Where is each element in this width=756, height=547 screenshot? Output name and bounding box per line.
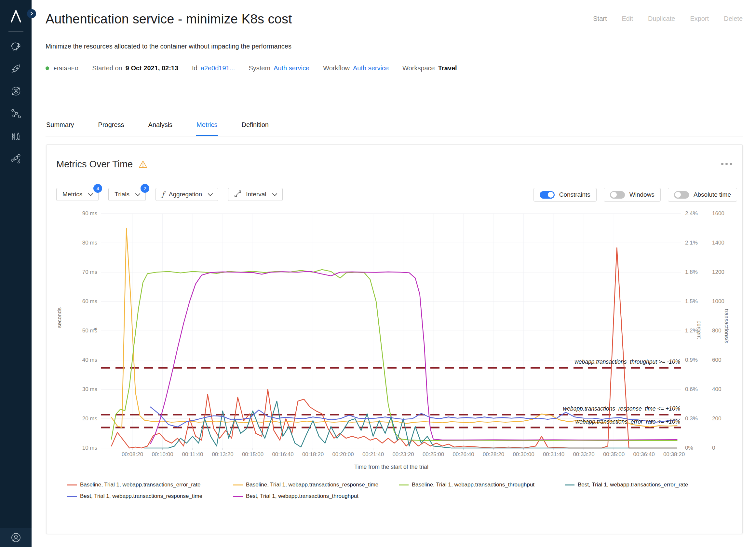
y-axis-tick-transactions: 200: [712, 416, 721, 422]
y-axis-tick-percent: 1.5%: [685, 298, 698, 305]
x-axis-tick: 00:21:40: [358, 451, 388, 458]
y-axis-tick-percent: 2.1%: [685, 239, 698, 246]
graph-nodes-icon: [10, 108, 22, 119]
export-button[interactable]: Export: [690, 15, 709, 22]
status-dot-icon: [46, 66, 49, 70]
x-axis-tick: 00:28:20: [479, 451, 508, 458]
y-axis-tick-transactions: 800: [712, 328, 721, 334]
x-axis-title: Time from the start of the trial: [294, 464, 489, 471]
id-link[interactable]: a2e0d191...: [201, 64, 235, 72]
sidebar-expand-button[interactable]: [27, 9, 36, 18]
x-axis-tick: 00:36:40: [629, 451, 659, 458]
legend-item[interactable]: Baseline, Trial 1, webapp.transactions_e…: [67, 482, 233, 488]
constraint-label: webapp.transactions_error_rate <= +10%: [479, 418, 680, 425]
account-icon: [11, 532, 21, 543]
y-axis-tick-percent: 0.3%: [685, 416, 698, 422]
legend-label: Baseline, Trial 1, webapp.transactions_r…: [246, 482, 378, 488]
status-badge: FINISHED: [46, 65, 78, 71]
x-axis-tick: 00:30:00: [509, 451, 539, 458]
system-label: System: [249, 64, 270, 72]
workspace: Workspace Travel: [402, 64, 457, 72]
y-axis-tick-percent: 2.4%: [685, 210, 698, 217]
y-axis-title-s: s: [92, 328, 99, 331]
workflow-link[interactable]: Auth service: [353, 64, 389, 72]
legend-item[interactable]: Best, Trial 1, webapp.transactions_respo…: [67, 493, 233, 499]
x-axis-tick: 00:11:40: [178, 451, 208, 458]
tab-analysis[interactable]: Analysis: [148, 118, 173, 136]
start-button[interactable]: Start: [593, 15, 607, 22]
y-axis-tick-seconds: 10 ms: [66, 445, 97, 451]
y-axis-tick-transactions: 1600: [712, 210, 724, 217]
legend-label: Baseline, Trial 1, webapp.transactions_t…: [412, 482, 534, 488]
sidebar: [0, 0, 32, 547]
y-axis-tick-transactions: 400: [712, 386, 721, 393]
tab-summary[interactable]: Summary: [46, 118, 75, 136]
legend-swatch: [67, 496, 77, 497]
x-axis-tick: 00:18:20: [298, 451, 328, 458]
y-axis-tick-percent: 0%: [685, 445, 693, 451]
workspace-value: Travel: [438, 64, 457, 72]
workflow: Workflow Auth service: [323, 64, 389, 72]
x-axis-tick: 00:38:20: [659, 451, 689, 458]
y-axis-title-transactions: transactions/s: [723, 309, 730, 343]
duplicate-button[interactable]: Duplicate: [648, 15, 675, 22]
rocket-icon: [10, 63, 22, 75]
x-axis-tick: 00:23:20: [388, 451, 418, 458]
started-value: 9 Oct 2021, 02:13: [126, 64, 178, 72]
x-axis-tick: 00:15:00: [238, 451, 268, 458]
legend-item[interactable]: Best, Trial 1, webapp.transactions_throu…: [233, 493, 399, 499]
legend-label: Baseline, Trial 1, webapp.transactions_e…: [80, 482, 200, 488]
started-label: Started on: [92, 64, 122, 72]
x-axis-tick: 00:31:40: [539, 451, 569, 458]
legend-item[interactable]: Baseline, Trial 1, webapp.transactions_t…: [399, 482, 565, 488]
launchpad-icon: [10, 130, 22, 142]
legend-item[interactable]: Baseline, Trial 1, webapp.transactions_r…: [233, 482, 399, 488]
y-axis-tick-seconds: 20 ms: [66, 416, 97, 422]
x-axis-tick: 00:10:00: [148, 451, 178, 458]
tab-definition[interactable]: Definition: [241, 118, 269, 136]
akamas-logo-icon[interactable]: [9, 9, 23, 23]
tab-metrics[interactable]: Metrics: [196, 118, 218, 136]
tab-progress[interactable]: Progress: [98, 118, 125, 136]
system: System Auth service: [249, 64, 309, 72]
legend-label: Best, Trial 1, webapp.transactions_respo…: [80, 493, 202, 499]
chevron-right-icon: [30, 12, 34, 16]
y-axis-tick-transactions: 1400: [712, 239, 724, 246]
y-axis-tick-transactions: 600: [712, 357, 721, 363]
y-axis-title-percent: percent: [696, 321, 702, 339]
chart-canvas: [47, 144, 743, 534]
sidebar-item-optimize[interactable]: [10, 40, 22, 52]
legend-swatch: [399, 485, 409, 486]
y-axis-tick-seconds: 30 ms: [66, 386, 97, 393]
legend-swatch: [233, 496, 243, 497]
x-axis-tick: 00:26:40: [449, 451, 479, 458]
sidebar-item-integrations[interactable]: [10, 152, 22, 165]
sidebar-item-studies[interactable]: [10, 62, 22, 75]
legend-item[interactable]: Best, Trial 1, webapp.transactions_error…: [565, 482, 731, 488]
legend-swatch: [565, 485, 574, 486]
y-axis-tick-seconds: 70 ms: [66, 269, 97, 276]
account-button[interactable]: [0, 528, 32, 547]
sidebar-item-systems[interactable]: [10, 85, 22, 97]
x-axis-tick: 00:13:20: [208, 451, 238, 458]
y-axis-tick-seconds: 40 ms: [66, 357, 97, 363]
y-axis-tick-seconds: 60 ms: [66, 298, 97, 305]
sidebar-item-workflows[interactable]: [10, 130, 22, 142]
status-state: FINISHED: [54, 65, 78, 71]
constraint-label: webapp.transactions_response_time <= +10…: [479, 405, 680, 412]
edit-button[interactable]: Edit: [622, 15, 633, 22]
sidebar-divider: [8, 31, 23, 32]
y-axis-tick-transactions: 1200: [712, 269, 724, 276]
x-axis-tick: 00:16:40: [268, 451, 298, 458]
y-axis-title-seconds: seconds: [56, 308, 63, 328]
sidebar-item-telemetry[interactable]: [10, 107, 22, 120]
orbit-icon: [10, 85, 22, 97]
chart-legend: Baseline, Trial 1, webapp.transactions_e…: [67, 482, 731, 499]
satellite-icon: [10, 153, 22, 164]
id-label: Id: [192, 64, 197, 72]
delete-button[interactable]: Delete: [724, 15, 743, 22]
system-link[interactable]: Auth service: [274, 64, 309, 72]
constraint-label: webapp.transactions_throughput >= -10%: [479, 359, 680, 365]
metrics-chart[interactable]: Time from the start of the trial 90 ms80…: [47, 144, 742, 534]
page-title: Authentication service - minimize K8s co…: [46, 12, 292, 26]
